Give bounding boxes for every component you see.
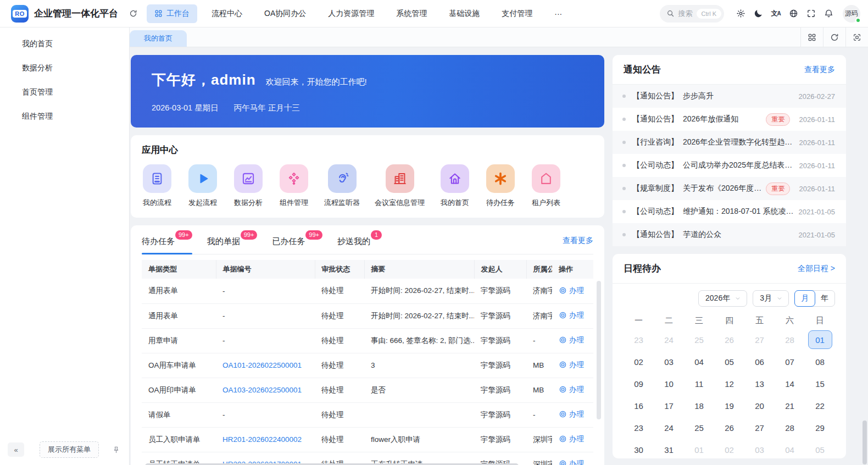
calendar-day[interactable]: 28	[775, 417, 805, 439]
sidebar-item[interactable]: 组件管理	[0, 104, 129, 129]
notice-item[interactable]: 【公司动态】维护通知：2018-07-01 系统凌晨...2021-01-05	[613, 200, 846, 223]
globe-icon[interactable]	[784, 5, 802, 23]
app-item[interactable]: 租户列表	[531, 164, 561, 208]
refresh-icon[interactable]	[126, 7, 140, 21]
avatar[interactable]: 源码	[843, 5, 860, 23]
calendar-day[interactable]: 27	[744, 329, 775, 351]
refresh-icon[interactable]	[823, 27, 845, 47]
calendar-day[interactable]: 22	[805, 395, 835, 417]
mode-toggle-month[interactable]: 月	[794, 290, 815, 307]
app-item[interactable]: 我的首页	[439, 164, 470, 208]
workspace-tab[interactable]: 我的首页	[130, 30, 187, 47]
sidebar-item[interactable]: 首页管理	[0, 80, 129, 104]
translate-icon[interactable]: 文A	[767, 5, 784, 23]
calendar-day[interactable]: 11	[684, 373, 714, 395]
nav-menu-item[interactable]: 支付管理	[494, 4, 540, 23]
calendar-day[interactable]: 14	[775, 373, 805, 395]
calendar-day[interactable]: 05	[714, 351, 744, 373]
app-item[interactable]: 我的流程	[142, 164, 173, 208]
schedule-more-link[interactable]: 全部日程 >	[798, 264, 835, 274]
calendar-day[interactable]: 04	[684, 351, 714, 373]
handle-button[interactable]: 办理	[559, 360, 584, 370]
table-vertical-scrollbar[interactable]	[597, 281, 601, 419]
calendar-day[interactable]: 07	[775, 351, 805, 373]
calendar-day[interactable]: 03	[654, 351, 684, 373]
calendar-day[interactable]: 21	[775, 395, 805, 417]
calendar-day[interactable]: 16	[624, 395, 654, 417]
calendar-day[interactable]: 25	[684, 329, 714, 351]
app-item[interactable]: 数据分析	[233, 164, 264, 208]
app-item[interactable]: 流程监听器	[324, 164, 360, 208]
calendar-day[interactable]: 04	[775, 439, 805, 458]
handle-button[interactable]: 办理	[559, 434, 584, 444]
calendar-day[interactable]: 19	[714, 395, 744, 417]
calendar-day[interactable]: 20	[744, 395, 775, 417]
calendar-day[interactable]: 18	[684, 395, 714, 417]
calendar-day[interactable]: 05	[805, 439, 835, 458]
handle-button[interactable]: 办理	[559, 335, 584, 345]
nav-menu-item[interactable]: 基础设施	[441, 4, 487, 23]
calendar-day[interactable]: 29	[805, 417, 835, 439]
calendar-day[interactable]: 03	[744, 439, 775, 458]
mode-toggle-year[interactable]: 年	[815, 291, 834, 306]
handle-button[interactable]: 办理	[559, 311, 584, 320]
calendar-day[interactable]: 27	[744, 417, 775, 439]
bell-icon[interactable]	[820, 5, 837, 23]
calendar-day[interactable]: 30	[624, 439, 654, 458]
doc-code-link[interactable]: HR201-2026022400002	[222, 435, 302, 444]
calendar-day[interactable]: 02	[714, 439, 744, 458]
calendar-day[interactable]: 31	[654, 439, 684, 458]
calendar-day[interactable]: 24	[654, 417, 684, 439]
nav-menu-item[interactable]: 流程中心	[204, 4, 250, 23]
nav-menu-item[interactable]: 工作台	[147, 4, 197, 23]
calendar-day[interactable]: 10	[654, 373, 684, 395]
notice-item[interactable]: 【通知公告】步步高升2026-02-27	[613, 85, 846, 108]
notice-item[interactable]: 【行业咨询】2026年企业管理数字化转型趋势...2026-01-11	[613, 131, 846, 154]
calendar-day[interactable]: 12	[714, 373, 744, 395]
pin-icon[interactable]	[112, 446, 120, 454]
app-item[interactable]: 发起流程	[187, 164, 218, 208]
tasks-more-link[interactable]: 查看更多	[563, 234, 593, 246]
page-scrollbar-thumb[interactable]	[863, 420, 867, 464]
notice-item[interactable]: 【通知公告】芋道的公众2021-01-05	[613, 223, 846, 246]
calendar-day[interactable]: 28	[775, 329, 805, 351]
handle-button[interactable]: 办理	[559, 286, 584, 296]
month-select[interactable]: 3月	[753, 290, 789, 307]
calendar-day[interactable]: 01	[684, 439, 714, 458]
year-select[interactable]: 2026年	[698, 290, 747, 307]
search-input[interactable]: 搜索 Ctrl K	[660, 5, 725, 23]
calendar-day[interactable]: 23	[624, 417, 654, 439]
handle-button[interactable]: 办理	[559, 385, 584, 395]
notice-more-link[interactable]: 查看更多	[804, 65, 835, 75]
nav-menu-item[interactable]: OA协同办公	[257, 4, 314, 23]
calendar-day[interactable]: 26	[714, 329, 744, 351]
nav-menu-item[interactable]: 人力资源管理	[320, 4, 382, 23]
calendar-day[interactable]: 23	[624, 329, 654, 351]
calendar-day[interactable]: 06	[744, 351, 775, 373]
app-item[interactable]: 会议室信息管理	[375, 164, 425, 208]
show-all-menu-button[interactable]: 展示所有菜单	[40, 441, 99, 458]
handle-button[interactable]: 办理	[559, 459, 584, 465]
notice-item[interactable]: 【公司动态】公司成功举办2025年度总结表彰...2026-01-11	[613, 154, 846, 177]
collapse-sidebar-button[interactable]: «	[8, 442, 24, 457]
calendar-day[interactable]: 15	[805, 373, 835, 395]
calendar-day[interactable]: 08	[805, 351, 835, 373]
settings-icon[interactable]	[732, 5, 749, 23]
calendar-day[interactable]: 25	[684, 417, 714, 439]
grid-icon[interactable]	[800, 27, 823, 47]
page-scrollbar[interactable]	[863, 27, 867, 465]
nav-more-button[interactable]: ···	[547, 5, 570, 23]
sidebar-item[interactable]: 数据分析	[0, 56, 129, 80]
calendar-day[interactable]: 13	[744, 373, 775, 395]
calendar-day[interactable]: 09	[624, 373, 654, 395]
task-tab[interactable]: 抄送我的1	[337, 234, 382, 254]
notice-item[interactable]: 【通知公告】2026年放假通知重要2026-01-11	[613, 108, 846, 131]
calendar-day[interactable]: 02	[624, 351, 654, 373]
fullscreen-icon[interactable]	[802, 5, 820, 23]
calendar-day-selected[interactable]: 01	[805, 329, 835, 351]
handle-button[interactable]: 办理	[559, 409, 584, 419]
task-tab[interactable]: 我的单据99+	[207, 234, 258, 254]
doc-code-link[interactable]: OA103-2026022500001	[222, 386, 302, 394]
nav-menu-item[interactable]: 系统管理	[388, 4, 435, 23]
calendar-day[interactable]: 26	[714, 417, 744, 439]
